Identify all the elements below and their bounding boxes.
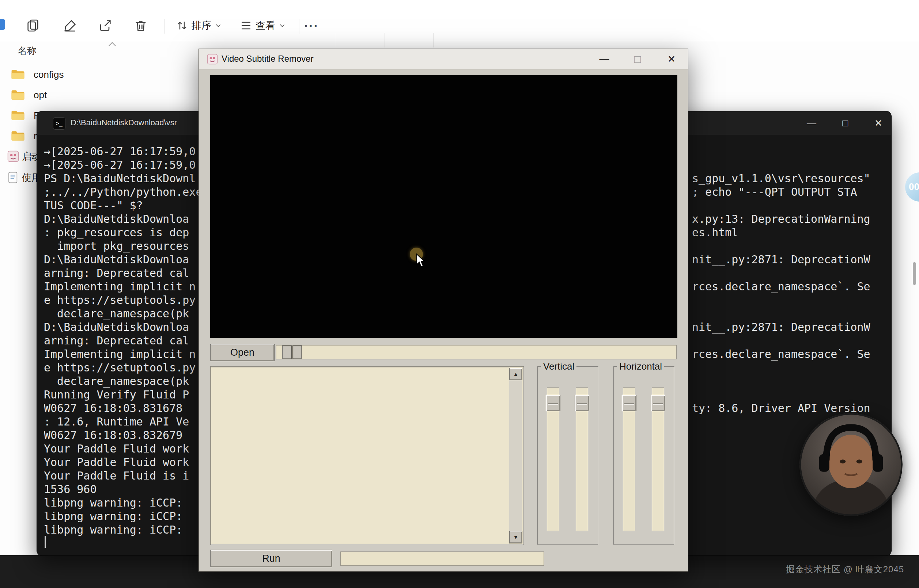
column-divider [384, 33, 385, 47]
scroll-down-icon: ▼ [513, 534, 519, 540]
vsr-titlebar[interactable]: Video Subtitle Remover — □ ✕ [199, 49, 688, 69]
copy-icon[interactable] [23, 15, 43, 36]
folder-icon [11, 69, 25, 80]
minimize-icon: — [807, 118, 816, 129]
close-button[interactable]: ✕ [660, 49, 683, 69]
minimize-button[interactable]: — [593, 49, 616, 69]
watermark-text: 掘金技术社区 @ 叶襄文2045 [786, 564, 904, 575]
list-item-opt[interactable]: opt [0, 85, 198, 105]
terminal-output-right: nit__.py:2871: DeprecationW [692, 320, 870, 334]
share-icon[interactable] [95, 15, 115, 36]
more-options-icon[interactable]: ··· [301, 15, 322, 36]
window-title: Video Subtitle Remover [222, 54, 314, 64]
delete-icon[interactable] [131, 15, 151, 36]
explorer-toolbar: 排序 查看 ··· [0, 0, 919, 41]
open-button[interactable]: Open [210, 344, 274, 361]
webcam-overlay [799, 413, 903, 516]
frame-slider-handle-end[interactable] [292, 346, 302, 359]
sort-button[interactable]: 排序 [172, 15, 226, 36]
screen: 排序 查看 ··· 名称 [0, 0, 919, 588]
folder-icon [11, 110, 25, 121]
terminal-output-right: ty: 8.6, Driver API Version [692, 401, 870, 415]
mouse-cursor-icon [416, 254, 428, 268]
horizontal-slider-handle-2[interactable] [651, 395, 665, 411]
view-button[interactable]: 查看 [236, 15, 290, 36]
terminal-output-right: s_gpu_v1.1.0\vsr\resources" [692, 172, 870, 185]
vertical-group-label: Vertical [541, 361, 577, 372]
video-preview-area [210, 75, 677, 338]
folder-icon [11, 130, 25, 142]
scroll-down-button[interactable]: ▼ [509, 531, 522, 543]
app-icon [7, 150, 19, 162]
view-label: 查看 [256, 19, 275, 32]
sort-direction-icon [109, 42, 116, 49]
sort-arrows-icon [175, 19, 189, 32]
vertical-group: Vertical [537, 366, 598, 545]
terminal-output-right: ; echo "---QPT OUTPUT STA [692, 185, 857, 199]
terminal-output-right: es.html [692, 226, 738, 239]
maximize-button[interactable]: □ [832, 111, 858, 135]
terminal-title: D:\BaiduNetdiskDownload\vsr [71, 118, 177, 128]
close-icon: ✕ [668, 53, 676, 65]
minimize-icon: — [600, 53, 609, 65]
close-icon: ✕ [874, 118, 882, 129]
folder-icon [11, 89, 25, 101]
terminal-output-right: x.py:13: DeprecationWarning [692, 212, 870, 226]
maximize-button[interactable]: □ [626, 49, 649, 69]
document-icon [7, 172, 19, 183]
terminal-output-right: rces.declare_namespace`. Se [692, 347, 870, 361]
rename-icon[interactable] [60, 15, 80, 36]
horizontal-group: Horizontal [613, 366, 674, 545]
scroll-up-icon: ▲ [513, 371, 519, 377]
window-scrollbar-thumb[interactable] [913, 262, 916, 285]
frame-slider-handle-start[interactable] [282, 346, 292, 359]
column-divider [433, 33, 434, 47]
subtitle-listbox[interactable]: ▲ ▼ [210, 366, 524, 545]
terminal-text-cursor [45, 536, 46, 548]
pinned-icon-fragment [0, 19, 5, 30]
cmd-icon: >_ [53, 117, 65, 130]
maximize-icon: □ [842, 118, 848, 129]
sort-label: 排序 [191, 19, 211, 32]
chevron-down-icon [214, 21, 222, 29]
horizontal-slider-handle-1[interactable] [622, 395, 637, 411]
maximize-icon: □ [634, 53, 641, 65]
vertical-slider-handle-2[interactable] [575, 395, 589, 411]
minimize-button[interactable]: — [798, 111, 825, 135]
column-header-name[interactable]: 名称 [18, 45, 37, 57]
progress-bar [340, 551, 544, 566]
listbox-scrollbar[interactable]: ▲ ▼ [509, 368, 522, 543]
badge-count: 00 [909, 181, 919, 192]
horizontal-group-label: Horizontal [617, 361, 664, 372]
terminal-output-right: nit__.py:2871: DeprecationW [692, 253, 870, 266]
run-button[interactable]: Run [210, 550, 332, 567]
column-divider [336, 33, 336, 47]
close-button[interactable]: ✕ [865, 111, 891, 135]
view-list-icon [240, 19, 253, 32]
vsr-app-icon [207, 54, 218, 65]
scroll-up-button[interactable]: ▲ [509, 368, 522, 380]
terminal-output-right: rces.declare_namespace`. Se [692, 280, 870, 293]
frame-slider-track[interactable] [276, 345, 677, 359]
chevron-down-icon [278, 21, 286, 29]
vertical-slider-handle-1[interactable] [546, 395, 561, 411]
list-item-configs[interactable]: configs [0, 64, 198, 85]
vsr-app-window: Video Subtitle Remover — □ ✕ Open ▲ ▼ Ve… [198, 48, 688, 572]
